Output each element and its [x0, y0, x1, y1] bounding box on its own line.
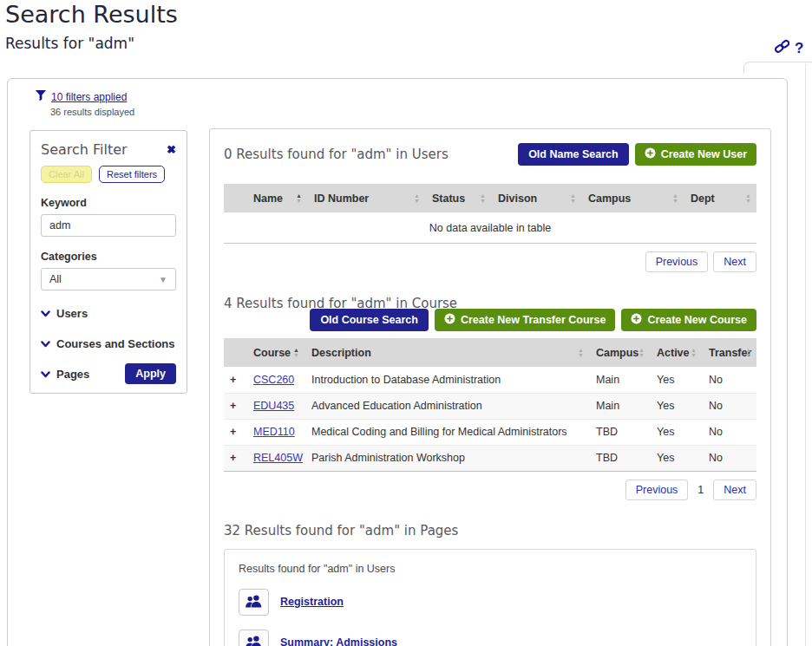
link-icon[interactable] [775, 39, 789, 57]
col-dept-header[interactable]: Dept▲▼ [684, 184, 756, 212]
categories-selected-value: All [49, 273, 62, 285]
categories-label: Categories [41, 251, 176, 263]
search-filter-title: Search Filter [41, 141, 128, 158]
col-transfer-header[interactable]: Transfer▲▼ [702, 338, 756, 367]
sidebar-section-label: Courses and Sections [56, 337, 175, 350]
pages-results-section: 32 Results found for "adm" in Pages Resu… [224, 523, 756, 646]
course-active: Yes [650, 419, 702, 445]
list-item: Registration [239, 589, 742, 616]
pages-results-box: Results found for "adm" in Users Registr… [224, 549, 756, 646]
next-button[interactable]: Next [713, 480, 756, 500]
sort-icon: ▲▼ [570, 193, 576, 204]
users-table: Name▲▼ ID Number▲▼ Status▲▼ Divison▲▼ Ca… [224, 184, 756, 244]
sort-icon: ▲▼ [480, 193, 486, 204]
col-course-header[interactable]: Course▲▼ [247, 338, 304, 367]
sort-icon: ▲▼ [691, 348, 697, 358]
create-new-transfer-course-button[interactable]: Create New Transfer Course [435, 309, 615, 331]
table-row: + EDU435 Advanced Education Administrati… [224, 393, 756, 419]
sidebar-section-courses[interactable]: Courses and Sections [41, 336, 176, 351]
panel-corner-fragment [743, 62, 812, 74]
col-name-header[interactable]: Name▲▼ [224, 184, 307, 212]
sort-icon: ▲▼ [578, 348, 584, 358]
next-button[interactable]: Next [713, 251, 756, 272]
old-course-search-button[interactable]: Old Course Search [310, 309, 429, 331]
sort-icon: ▲▼ [745, 348, 751, 358]
page-result-link[interactable]: Registration [280, 596, 344, 608]
keyword-input[interactable] [41, 214, 176, 237]
course-transfer: No [702, 367, 756, 393]
sidebar-section-label: Pages [56, 368, 89, 381]
users-pagination: Previous Next [224, 251, 756, 272]
col-status-header[interactable]: Status▲▼ [425, 184, 491, 212]
col-division-header[interactable]: Divison▲▼ [491, 184, 581, 212]
previous-button[interactable]: Previous [625, 480, 689, 500]
users-icon [245, 595, 263, 609]
pages-results-heading: 32 Results found for "adm" in Pages [224, 523, 756, 538]
users-results-section: 0 Results found for "adm" in Users Old N… [224, 143, 756, 272]
results-card: 0 Results found for "adm" in Users Old N… [209, 128, 771, 646]
empty-table-message: No data available in table [224, 212, 756, 244]
col-id-number-header[interactable]: ID Number▲▼ [307, 184, 425, 212]
course-transfer: No [702, 445, 756, 471]
help-icon[interactable]: ? [795, 40, 803, 57]
course-description: Advanced Education Administration [304, 393, 589, 419]
page-number[interactable]: 1 [693, 480, 708, 499]
page-result-link[interactable]: Summary: Admissions [280, 636, 397, 646]
col-campus-header[interactable]: Campus▲▼ [589, 338, 650, 367]
search-results-page: Search Results Results for "adm" ? 10 fi… [0, 0, 812, 646]
sidebar-section-users[interactable]: Users [41, 305, 176, 321]
previous-button[interactable]: Previous [645, 251, 709, 272]
close-icon[interactable]: ✖ [167, 143, 176, 156]
sort-icon: ▲▼ [672, 193, 678, 204]
users-results-heading: 0 Results found for "adm" in Users [224, 147, 449, 162]
right-edge-line [805, 63, 806, 646]
filters-applied-row: 10 filters applied [36, 89, 127, 105]
create-new-user-button[interactable]: Create New User [635, 143, 756, 166]
plus-circle-icon [631, 313, 642, 327]
users-icon-button[interactable] [239, 630, 269, 646]
course-description: Introduction to Database Administration [304, 367, 589, 393]
course-transfer: No [702, 393, 756, 419]
sort-icon: ▲▼ [296, 193, 302, 204]
col-active-header[interactable]: Active▲▼ [650, 338, 702, 367]
course-active: Yes [650, 367, 702, 393]
sidebar-section-label: Users [56, 307, 88, 320]
clear-all-button[interactable]: Clear All [41, 166, 92, 183]
keyword-label: Keyword [41, 197, 176, 209]
course-code-link[interactable]: EDU435 [253, 400, 294, 412]
filters-applied-link[interactable]: 10 filters applied [51, 91, 127, 103]
course-description: Medical Coding and Billing for Medical A… [304, 419, 589, 445]
table-row: + REL405W Parish Administration Workshop… [224, 445, 756, 471]
col-description-header[interactable]: Description▲▼ [304, 338, 589, 367]
course-transfer: No [702, 419, 756, 445]
course-table: Course▲▼ Description▲▼ Campus▲▼ Active▲▼… [224, 338, 756, 472]
list-item: Summary: Admissions [239, 630, 742, 646]
apply-button[interactable]: Apply [125, 363, 176, 384]
sort-icon: ▲▼ [638, 348, 645, 358]
table-row: + CSC260 Introduction to Database Admini… [224, 367, 756, 393]
pages-group-heading: Results found for "adm" in Users [239, 563, 742, 575]
old-name-search-button[interactable]: Old Name Search [518, 143, 629, 166]
categories-select[interactable]: All ▼ [41, 268, 176, 290]
course-campus: Main [589, 393, 650, 419]
expand-row-icon[interactable]: + [224, 419, 247, 445]
expand-row-icon[interactable]: + [224, 393, 247, 419]
create-new-course-button[interactable]: Create New Course [621, 309, 756, 331]
expand-row-icon[interactable]: + [224, 445, 247, 471]
col-campus-header[interactable]: Campus▲▼ [581, 184, 684, 212]
page-title: Search Results [5, 1, 178, 28]
expand-row-icon[interactable]: + [224, 367, 247, 393]
chevron-down-icon [41, 366, 50, 382]
table-row: + MED110 Medical Coding and Billing for … [224, 419, 756, 445]
search-filter-panel: Search Filter ✖ Clear All Reset filters … [29, 130, 187, 394]
chevron-down-icon: ▼ [159, 275, 167, 284]
plus-circle-icon [444, 313, 455, 327]
course-code-link[interactable]: REL405W [253, 452, 303, 464]
course-active: Yes [650, 445, 702, 471]
users-icon-button[interactable] [239, 589, 269, 616]
course-code-link[interactable]: MED110 [253, 426, 295, 438]
reset-filters-button[interactable]: Reset filters [99, 166, 165, 183]
course-code-link[interactable]: CSC260 [253, 374, 294, 386]
sort-icon: ▲▼ [414, 193, 420, 204]
plus-circle-icon [645, 147, 656, 161]
